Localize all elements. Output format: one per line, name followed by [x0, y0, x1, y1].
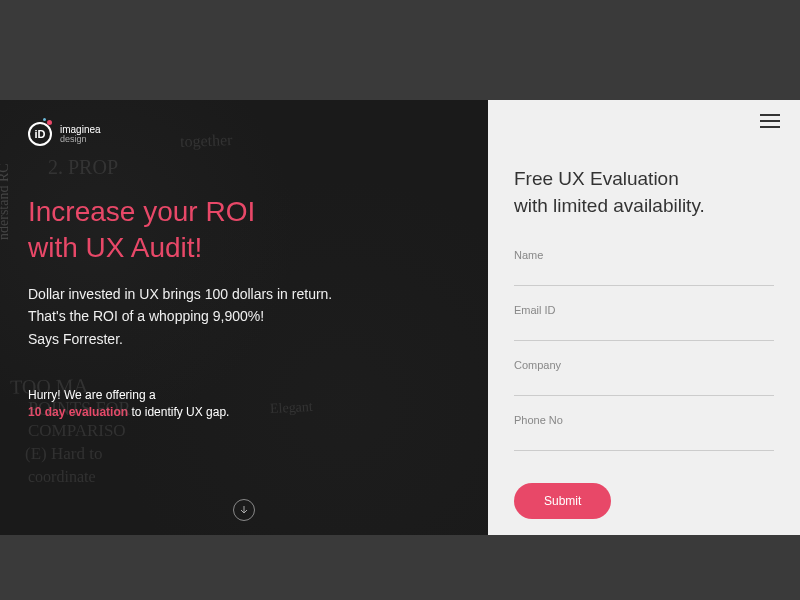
bg-scribble: nderstand RC [0, 163, 12, 240]
offer-text: Hurry! We are offering a 10 day evaluati… [28, 388, 460, 419]
bg-scribble: (E) Hard to [25, 445, 102, 464]
email-label: Email ID [514, 304, 774, 316]
arrow-down-icon [239, 505, 249, 515]
hamburger-icon [760, 114, 780, 116]
menu-button[interactable] [760, 114, 780, 128]
bg-scribble: 2. PROP [48, 156, 118, 178]
submit-button[interactable]: Submit [514, 483, 611, 519]
bg-scribble: COMPARISO [28, 422, 126, 441]
hero-subtext: Dollar invested in UX brings 100 dollars… [28, 283, 460, 350]
logo-text: imaginea design [60, 125, 101, 144]
logo-icon: iD [28, 122, 52, 146]
form-panel: Free UX Evaluation with limited availabi… [488, 100, 800, 535]
phone-label: Phone No [514, 414, 774, 426]
company-input[interactable] [514, 373, 774, 396]
form-title: Free UX Evaluation with limited availabi… [514, 166, 774, 219]
brand-logo[interactable]: iD imaginea design [28, 122, 460, 146]
scroll-down-button[interactable] [233, 499, 255, 521]
name-input[interactable] [514, 263, 774, 286]
email-input[interactable] [514, 318, 774, 341]
offer-highlight: 10 day evaluation [28, 405, 128, 419]
hero-panel: nderstand RC together 2. PROP TOO MA POI… [0, 100, 488, 535]
bg-scribble: coordinate [28, 468, 96, 486]
hero-headline: Increase your ROI with UX Audit! [28, 194, 460, 267]
name-label: Name [514, 249, 774, 261]
phone-input[interactable] [514, 428, 774, 451]
company-label: Company [514, 359, 774, 371]
